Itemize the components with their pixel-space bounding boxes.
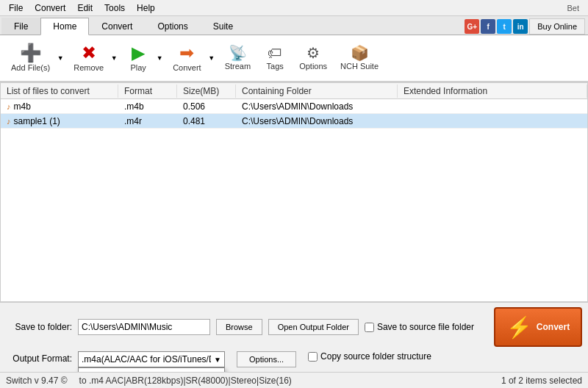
convert-arrow-icon: ⚡ — [506, 315, 532, 340]
tab-convert[interactable]: Convert — [89, 18, 145, 35]
file-folder-0: C:\Users\ADMIN\Downloads — [236, 100, 398, 113]
app-beta-label: Bet — [561, 2, 585, 14]
add-files-group: ➕ Add File(s) ▼ — [6, 38, 65, 78]
open-output-button[interactable]: Open Output Folder — [268, 319, 359, 335]
stream-icon: 📡 — [229, 46, 247, 60]
file-list-area: List of files to convert Format Size(MB)… — [0, 82, 588, 302]
options-button[interactable]: ⚙ Options — [294, 38, 332, 78]
tags-button[interactable]: 🏷 Tags — [259, 38, 291, 78]
remove-label: Remove — [74, 63, 104, 72]
add-files-dropdown-arrow[interactable]: ▼ — [55, 38, 65, 78]
add-files-icon: ➕ — [20, 44, 42, 62]
menu-item-tools[interactable]: Tools — [98, 1, 131, 15]
file-ext-0 — [398, 105, 587, 108]
format-selected-text: .m4a(ALAC/AAC for iOS/iTunes/DSi) — [79, 354, 211, 364]
twitter-icon[interactable]: t — [497, 19, 512, 34]
google-plus-icon[interactable]: G+ — [465, 19, 479, 34]
ribbon-tabs: File Home Convert Options Suite G+ f t i… — [0, 16, 588, 35]
convert-toolbar-label: Convert — [173, 63, 201, 72]
tab-options[interactable]: Options — [145, 18, 200, 35]
col-header-name: List of files to convert — [1, 85, 118, 98]
save-source-checkbox[interactable] — [365, 323, 374, 332]
file-format-1: .m4r — [118, 115, 177, 128]
menu-item-help[interactable]: Help — [131, 1, 161, 15]
nch-suite-label: NCH Suite — [340, 62, 379, 71]
format-select-arrow: ▼ — [211, 356, 224, 364]
tags-icon: 🏷 — [268, 46, 282, 60]
copy-source-checkbox[interactable] — [308, 352, 318, 362]
save-path-input[interactable] — [78, 319, 210, 335]
file-format-0: .m4b — [118, 100, 177, 113]
menu-item-file[interactable]: File — [3, 1, 29, 15]
format-options-button[interactable]: Options... — [237, 351, 296, 367]
convert-toolbar-dropdown-arrow[interactable]: ▼ — [207, 38, 217, 78]
file-icon-0: ♪ — [7, 102, 11, 111]
save-folder-label: Save to folder: — [6, 322, 72, 332]
options-label: Options — [299, 62, 327, 71]
add-files-button[interactable]: ➕ Add File(s) — [6, 38, 55, 78]
menu-bar: File Convert Edit Tools Help Bet — [0, 0, 588, 16]
format-dropdown-scroll[interactable]: .aif .amr .ape .au .caf(with ALAC encodi… — [79, 368, 224, 372]
remove-button[interactable]: ✖ Remove — [68, 38, 109, 78]
convert-toolbar-button[interactable]: ➡ Convert — [168, 38, 207, 78]
col-header-ext: Extended Information — [398, 85, 587, 98]
tags-label: Tags — [267, 62, 284, 71]
status-bar: Switch v 9.47 © to .m4 AAC|ABR(128kbps)|… — [0, 372, 588, 388]
col-header-folder: Containing Folder — [236, 85, 398, 98]
convert-big-label: Convert — [537, 322, 570, 332]
convert-big-button[interactable]: ⚡ Convert — [494, 307, 582, 347]
file-ext-1 — [398, 120, 587, 123]
tab-file[interactable]: File — [1, 18, 40, 35]
status-right: 1 of 2 items selected — [501, 376, 582, 386]
save-folder-row: Save to folder: Browse Open Output Folde… — [6, 307, 582, 347]
save-source-label-text: Save to source file folder — [377, 322, 474, 332]
table-row[interactable]: ♪m4b .m4b 0.506 C:\Users\ADMIN\Downloads — [1, 99, 587, 114]
file-list-header: List of files to convert Format Size(MB)… — [1, 83, 587, 99]
stream-label: Stream — [225, 62, 251, 71]
output-format-label: Output Format: — [6, 353, 72, 364]
play-dropdown-arrow[interactable]: ▼ — [154, 38, 165, 78]
buy-online-button[interactable]: Buy Online — [529, 18, 585, 35]
status-middle: to .m4 AAC|ABR(128kbps)|SR(48000)|Stereo… — [79, 376, 292, 386]
social-icons-area: G+ f t in — [465, 19, 528, 34]
stream-button[interactable]: 📡 Stream — [220, 38, 256, 78]
status-left: Switch v 9.47 © — [6, 376, 68, 386]
toolbar: ➕ Add File(s) ▼ ✖ Remove ▼ ▶ Play ▼ ➡ — [0, 35, 588, 82]
col-header-format: Format — [118, 85, 177, 98]
ribbon-right-area: G+ f t in Buy Online — [465, 18, 588, 35]
remove-group: ✖ Remove ▼ — [68, 38, 119, 78]
file-name-0: ♪m4b — [1, 100, 118, 113]
tab-suite[interactable]: Suite — [201, 18, 245, 35]
menu-item-convert[interactable]: Convert — [29, 1, 71, 15]
convert-toolbar-group: ➡ Convert ▼ — [168, 38, 217, 78]
dropdown-item-aif[interactable]: .aif — [79, 368, 224, 372]
copy-source-checkbox-label[interactable]: Copy source folder structure — [308, 351, 431, 362]
linkedin-icon[interactable]: in — [513, 19, 528, 34]
play-label: Play — [130, 63, 146, 72]
options-icon: ⚙ — [306, 46, 320, 60]
save-source-checkbox-label[interactable]: Save to source file folder — [365, 322, 474, 332]
menu-item-edit[interactable]: Edit — [71, 1, 98, 15]
table-row[interactable]: ♪sample1 (1) .m4r 0.481 C:\Users\ADMIN\D… — [1, 114, 587, 129]
copy-source-label-text: Copy source folder structure — [320, 351, 431, 362]
remove-icon: ✖ — [82, 44, 96, 62]
tab-home[interactable]: Home — [40, 18, 89, 35]
browse-button[interactable]: Browse — [216, 319, 262, 335]
output-format-row: Output Format: .m4a(ALAC/AAC for iOS/iTu… — [6, 351, 582, 367]
format-dropdown-popup: .aif .amr .ape .au .caf(with ALAC encodi… — [78, 367, 225, 372]
bottom-controls: Save to folder: Browse Open Output Folde… — [0, 302, 588, 372]
col-header-size: Size(MB) — [177, 85, 236, 98]
file-size-1: 0.481 — [177, 115, 236, 128]
format-dropdown-area: .m4a(ALAC/AAC for iOS/iTunes/DSi) ▼ .aif… — [78, 351, 225, 367]
nch-suite-icon: 📦 — [351, 46, 369, 60]
file-size-0: 0.506 — [177, 100, 236, 113]
convert-toolbar-icon: ➡ — [179, 44, 194, 62]
remove-dropdown-arrow[interactable]: ▼ — [109, 38, 119, 78]
file-folder-1: C:\Users\ADMIN\Downloads — [236, 115, 398, 128]
add-files-label: Add File(s) — [11, 63, 50, 72]
facebook-icon[interactable]: f — [481, 19, 495, 34]
nch-suite-button[interactable]: 📦 NCH Suite — [335, 38, 384, 78]
file-name-1: ♪sample1 (1) — [1, 115, 118, 128]
play-button[interactable]: ▶ Play — [122, 38, 154, 78]
format-select-display[interactable]: .m4a(ALAC/AAC for iOS/iTunes/DSi) ▼ — [78, 351, 225, 367]
